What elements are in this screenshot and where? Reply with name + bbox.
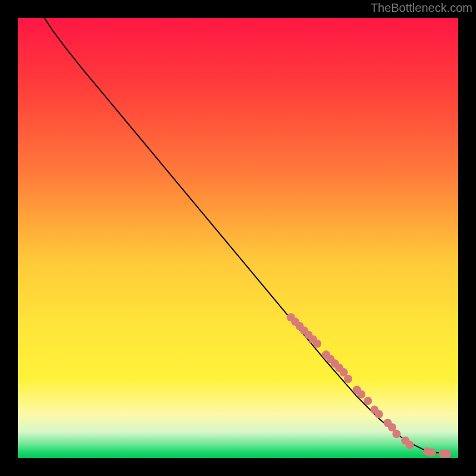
attribution-label: TheBottleneck.com [371,1,472,15]
marker-point [392,430,400,438]
gradient-background [18,18,458,458]
marker-point [443,450,452,458]
root: TheBottleneck.com [0,0,476,476]
marker-point [344,375,352,383]
chart-svg [18,18,458,458]
marker-point [406,441,414,449]
marker-point [428,448,436,456]
marker-point [375,410,383,418]
marker-point [313,340,321,348]
marker-point [364,397,372,405]
marker-point [357,390,365,399]
chart-plot-area [18,18,458,458]
